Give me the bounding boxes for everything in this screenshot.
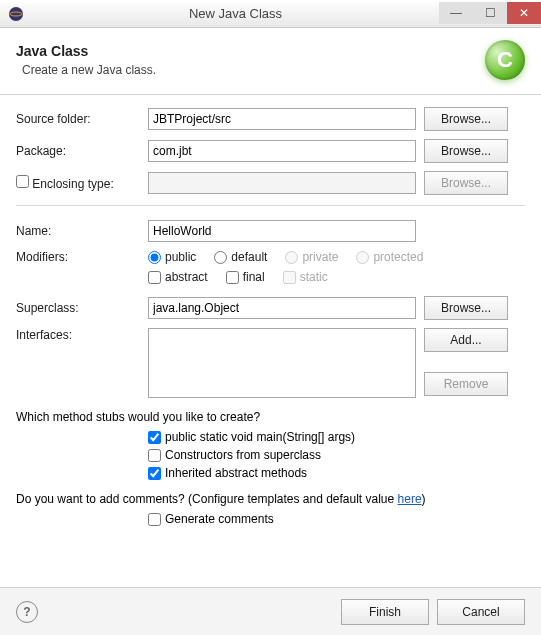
enclosing-type-label: Enclosing type:	[16, 175, 148, 191]
close-button[interactable]: ✕	[507, 2, 541, 24]
maximize-button[interactable]: ☐	[473, 2, 507, 24]
modifier-abstract[interactable]: abstract	[148, 270, 208, 284]
banner-title: Java Class	[16, 43, 156, 59]
window-title: New Java Class	[32, 6, 439, 21]
add-interface-button[interactable]: Add...	[424, 328, 508, 352]
browse-package-button[interactable]: Browse...	[424, 139, 508, 163]
class-icon: C	[485, 40, 525, 80]
window-titlebar: New Java Class — ☐ ✕	[0, 0, 541, 28]
footer: ? Finish Cancel	[0, 587, 541, 635]
name-label: Name:	[16, 224, 148, 238]
eclipse-icon	[6, 4, 26, 24]
modifier-protected: protected	[356, 250, 423, 264]
banner-subtitle: Create a new Java class.	[22, 63, 156, 77]
source-folder-label: Source folder:	[16, 112, 148, 126]
package-input[interactable]	[148, 140, 416, 162]
minimize-button[interactable]: —	[439, 2, 473, 24]
name-input[interactable]	[148, 220, 416, 242]
svg-point-0	[9, 7, 23, 21]
modifier-static: static	[283, 270, 328, 284]
browse-superclass-button[interactable]: Browse...	[424, 296, 508, 320]
generate-comments-label: Generate comments	[165, 512, 274, 526]
interfaces-list[interactable]	[148, 328, 416, 398]
stub-main-checkbox[interactable]	[148, 431, 161, 444]
source-folder-input[interactable]	[148, 108, 416, 130]
modifiers-label: Modifiers:	[16, 250, 148, 264]
banner: Java Class Create a new Java class. C	[0, 28, 541, 95]
stub-main-label: public static void main(String[] args)	[165, 430, 355, 444]
stub-constructors-checkbox[interactable]	[148, 449, 161, 462]
remove-interface-button: Remove	[424, 372, 508, 396]
configure-link[interactable]: here	[398, 492, 422, 506]
modifier-private: private	[285, 250, 338, 264]
help-icon[interactable]: ?	[16, 601, 38, 623]
stub-constructors-label: Constructors from superclass	[165, 448, 321, 462]
modifier-public[interactable]: public	[148, 250, 196, 264]
comments-question: Do you want to add comments? (Configure …	[16, 492, 525, 506]
generate-comments-checkbox[interactable]	[148, 513, 161, 526]
stubs-question: Which method stubs would you like to cre…	[16, 410, 525, 424]
package-label: Package:	[16, 144, 148, 158]
enclosing-type-checkbox[interactable]	[16, 175, 29, 188]
stub-inherited-label: Inherited abstract methods	[165, 466, 307, 480]
cancel-button[interactable]: Cancel	[437, 599, 525, 625]
modifier-final[interactable]: final	[226, 270, 265, 284]
enclosing-type-input	[148, 172, 416, 194]
superclass-label: Superclass:	[16, 301, 148, 315]
finish-button[interactable]: Finish	[341, 599, 429, 625]
superclass-input[interactable]	[148, 297, 416, 319]
browse-source-button[interactable]: Browse...	[424, 107, 508, 131]
interfaces-label: Interfaces:	[16, 328, 148, 342]
modifier-default[interactable]: default	[214, 250, 267, 264]
stub-inherited-checkbox[interactable]	[148, 467, 161, 480]
browse-enclosing-button: Browse...	[424, 171, 508, 195]
